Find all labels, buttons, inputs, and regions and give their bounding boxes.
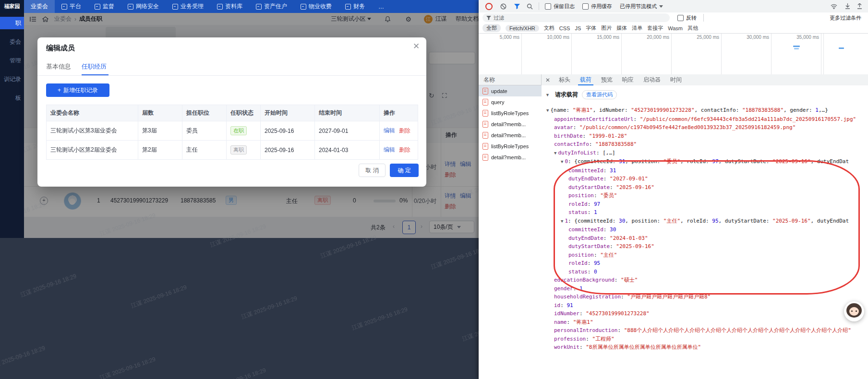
- filter-chip-图片[interactable]: 图片: [601, 24, 612, 32]
- delete-link[interactable]: 删除: [399, 146, 410, 153]
- request-row[interactable]: update: [479, 85, 542, 96]
- delete-link[interactable]: 删除: [399, 127, 410, 134]
- payload-line[interactable]: position: "主任": [542, 251, 868, 260]
- cancel-button[interactable]: 取 消: [359, 164, 386, 177]
- user-avatar[interactable]: 江: [424, 15, 433, 24]
- tab-预览[interactable]: 预览: [596, 74, 617, 85]
- payload-line[interactable]: dutyStartDate: "2025-09-16": [542, 242, 868, 251]
- nav-item-network-security-icon[interactable]: 网络安全: [121, 0, 166, 13]
- payload-line[interactable]: roleId: 95: [542, 259, 868, 268]
- search-icon[interactable]: [527, 3, 533, 10]
- tab-时间[interactable]: 时间: [665, 74, 687, 85]
- filter-chip-Wasm[interactable]: Wasm: [668, 25, 683, 31]
- invert-filter-checkbox[interactable]: 反转: [677, 14, 697, 22]
- payload-line[interactable]: idNumber: "452730199901273228": [542, 309, 868, 318]
- filter-chip-CSS[interactable]: CSS: [559, 25, 570, 31]
- payload-line[interactable]: householdRegistration: "户籍户籍户籍户籍户籍户籍户籍8": [542, 293, 868, 301]
- payload-line[interactable]: workUnit: "8所属单位所属单位所属单位所属单位所属单位": [542, 343, 868, 352]
- notification-bell-icon[interactable]: [385, 16, 391, 23]
- sidebar-item[interactable]: 板: [0, 92, 24, 104]
- payload-line[interactable]: gender: 1: [542, 284, 868, 293]
- nav-item-assets-resident-icon[interactable]: 资产住户: [249, 0, 294, 13]
- close-detail-icon[interactable]: ✕: [542, 74, 554, 85]
- tab-basic-info[interactable]: 基本信息: [46, 62, 71, 71]
- fullscreen-icon[interactable]: ⛶: [442, 92, 447, 100]
- nav-item-supervision-icon[interactable]: 监督: [88, 0, 121, 13]
- filter-chip-清单[interactable]: 清单: [632, 24, 642, 32]
- home-icon[interactable]: [42, 16, 48, 22]
- network-conditions-icon[interactable]: [831, 4, 837, 9]
- nav-item-committee-icon[interactable]: 业委会: [24, 0, 55, 13]
- request-row[interactable]: detail?memb...: [479, 130, 542, 141]
- payload-line[interactable]: dutyEndDate: "2027-09-01": [542, 175, 868, 183]
- filter-chip-媒体[interactable]: 媒体: [616, 24, 627, 32]
- record-icon[interactable]: [485, 3, 493, 10]
- filter-chip-文档[interactable]: 文档: [544, 24, 555, 32]
- payload-line[interactable]: status: 0: [542, 268, 868, 276]
- tab-duty-history[interactable]: 任职经历: [82, 62, 107, 71]
- payload-line[interactable]: dutyEndDate: "2024-01-03": [542, 234, 868, 243]
- filter-chip-全部[interactable]: 全部: [482, 24, 501, 32]
- assistant-avatar-bubble[interactable]: [844, 301, 864, 321]
- pagination-next[interactable]: ›: [421, 223, 422, 230]
- sidebar-item[interactable]: 职: [0, 17, 24, 29]
- filter-chip-JS[interactable]: JS: [575, 25, 581, 31]
- filter-chip-套接字[interactable]: 套接字: [647, 24, 663, 32]
- more-filters-button[interactable]: 更多过滤条件: [830, 14, 861, 22]
- refresh-icon[interactable]: ↻: [429, 92, 434, 100]
- tab-启动器[interactable]: 启动器: [639, 74, 665, 85]
- community-selector[interactable]: 三轮测试小区: [331, 15, 371, 23]
- payload-line[interactable]: birthDate: "1999-01-28": [542, 132, 868, 141]
- caret-expanded-icon[interactable]: ▼: [545, 93, 550, 97]
- caret-expanded-icon[interactable]: ▼: [554, 149, 556, 158]
- request-row[interactable]: query: [479, 96, 542, 107]
- page-tab-dimmed[interactable]: [106, 27, 176, 38]
- payload-line[interactable]: appointmentCertificateUrl: "/public/comm…: [542, 115, 868, 124]
- payload-line[interactable]: personalIntroduction: "888个人介绍个人介绍个人介绍个人…: [542, 326, 868, 335]
- payload-line[interactable]: ▼1: {committeeId: 30, position: "主任", ro…: [542, 217, 868, 226]
- sidebar-item[interactable]: 训记录: [0, 73, 24, 85]
- payload-line[interactable]: ▼dutyInfoList: [,…]: [542, 149, 868, 158]
- payload-line[interactable]: profession: "工程师": [542, 335, 868, 343]
- pagination-prev[interactable]: ‹: [393, 223, 395, 230]
- request-row[interactable]: listByRoleTypes: [479, 107, 542, 118]
- nav-item-property-fee-icon[interactable]: 物业收费: [294, 0, 338, 13]
- edit-link[interactable]: 编辑: [384, 127, 395, 134]
- request-row[interactable]: detail?memb...: [479, 152, 542, 163]
- settings-gear-icon[interactable]: ⚙: [405, 15, 411, 23]
- breadcrumb-root[interactable]: 业委会: [54, 15, 72, 23]
- edit-link[interactable]: 编辑: [384, 146, 395, 153]
- disable-cache-checkbox[interactable]: 停用缓存: [582, 3, 612, 10]
- payload-line[interactable]: committeeId: 31: [542, 166, 868, 175]
- sidebar-item[interactable]: 委会: [0, 36, 24, 48]
- payload-line[interactable]: name: "蒋惠1": [542, 318, 868, 327]
- caret-expanded-icon[interactable]: ▼: [546, 107, 549, 115]
- bg-row1-edit-link[interactable]: 编辑: [460, 160, 471, 168]
- payload-line[interactable]: committeeId: 30: [542, 225, 868, 234]
- import-har-icon[interactable]: [845, 3, 850, 9]
- nav-item-business-accept-icon[interactable]: 业务受理: [166, 0, 210, 13]
- add-duty-record-button[interactable]: + 新增任职记录: [46, 83, 109, 97]
- export-har-icon[interactable]: [857, 3, 862, 9]
- confirm-button[interactable]: 确 定: [390, 164, 419, 177]
- filter-chip-Fetch/XHR[interactable]: Fetch/XHR: [506, 25, 539, 32]
- bg-row2-detail-link[interactable]: 详情: [445, 192, 456, 200]
- payload-line[interactable]: contactInfo: "18878383588": [542, 140, 868, 149]
- bg-row2-edit-link[interactable]: 编辑: [460, 192, 471, 200]
- user-name[interactable]: 江谋: [435, 15, 447, 23]
- payload-line[interactable]: position: "委员": [542, 191, 868, 200]
- payload-line[interactable]: id: 91: [542, 301, 868, 310]
- network-overview-timeline[interactable]: 5,000 ms10,000 ms15,000 ms20,000 ms25,00…: [479, 34, 868, 75]
- sidebar-item[interactable]: 管理: [0, 54, 24, 67]
- nav-item-nav-overflow-icon[interactable]: …: [372, 0, 391, 13]
- collapse-menu-icon[interactable]: [30, 16, 36, 22]
- caret-expanded-icon[interactable]: ▼: [561, 217, 563, 226]
- view-source-button[interactable]: 查看源代码: [582, 90, 617, 99]
- bg-row1-detail-link[interactable]: 详情: [445, 160, 456, 168]
- payload-line[interactable]: educationBackground: "硕士": [542, 276, 868, 284]
- payload-line[interactable]: avatar: "/public/common/c1974b0945fe442f…: [542, 123, 868, 132]
- search-input-fragment[interactable]: [429, 52, 475, 64]
- tab-载荷[interactable]: 载荷: [575, 74, 596, 85]
- preserve-log-checkbox[interactable]: 保留日志: [545, 3, 575, 10]
- tab-响应[interactable]: 响应: [617, 74, 639, 85]
